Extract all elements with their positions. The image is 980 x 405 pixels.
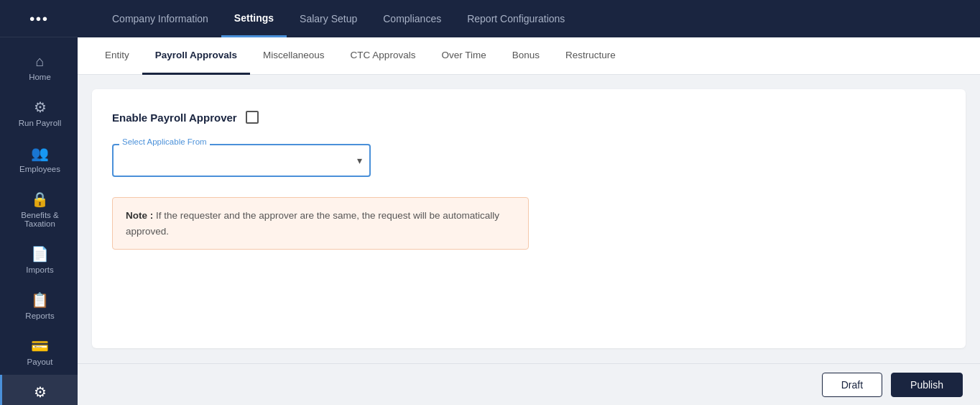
footer-bar: Draft Publish [78,363,980,405]
configurations-icon: ⚙ [34,383,47,401]
tab-ctc-approvals[interactable]: CTC Approvals [338,37,429,75]
sidebar-label-benefits: Benefits & Taxation [8,211,72,228]
note-label: Note : [126,210,153,221]
nav-settings[interactable]: Settings [221,0,287,37]
sidebar-item-employees[interactable]: 👥 Employees [0,136,78,182]
enable-approver-checkbox[interactable] [246,111,259,124]
select-float-label: Select Applicable From [119,137,210,146]
nav-compliances[interactable]: Compliances [370,0,454,37]
logo-text: ●●● [29,13,49,24]
draft-button[interactable]: Draft [822,373,882,397]
logo: ●●● [0,0,78,37]
run-payroll-icon: ⚙ [34,99,47,116]
settings-card: Enable Payroll Approver Select Applicabl… [92,89,966,348]
sidebar-item-imports[interactable]: 📄 Imports [0,237,78,283]
benefits-icon: 🔒 [31,191,49,208]
sidebar-label-run-payroll: Run Payroll [19,119,61,127]
sidebar-label-payout: Payout [27,358,53,366]
sidebar-label-employees: Employees [19,165,60,173]
sidebar-label-reports: Reports [25,311,54,320]
sidebar-item-configurations[interactable]: ⚙ Configurations [0,375,78,405]
tab-entity[interactable]: Entity [92,37,142,75]
sidebar: ⌂ Home ⚙ Run Payroll 👥 Employees 🔒 Benef… [0,37,78,405]
tab-restructure[interactable]: Restructure [553,37,629,75]
payout-icon: 💳 [31,337,49,355]
nav-report-configurations[interactable]: Report Configurations [454,0,578,37]
enable-approver-label: Enable Payroll Approver [112,112,237,124]
enable-approver-row: Enable Payroll Approver [112,111,946,124]
nav-company-information[interactable]: Company Information [99,0,221,37]
imports-icon: 📄 [31,245,49,263]
sidebar-item-reports[interactable]: 📋 Reports [0,283,78,329]
select-applicable-from-wrapper: Select Applicable From ▾ [112,144,371,177]
sidebar-label-home: Home [29,73,51,81]
tab-payroll-approvals[interactable]: Payroll Approvals [142,37,250,75]
sidebar-item-payout[interactable]: 💳 Payout [0,329,78,375]
note-box: Note : If the requester and the approver… [112,197,529,250]
publish-button[interactable]: Publish [891,373,963,397]
home-icon: ⌂ [35,53,44,70]
sidebar-item-run-payroll[interactable]: ⚙ Run Payroll [0,90,78,136]
tab-bonus[interactable]: Bonus [499,37,553,75]
select-applicable-from[interactable] [112,144,371,177]
page-content: Enable Payroll Approver Select Applicabl… [78,75,980,363]
employees-icon: 👥 [31,145,49,162]
sidebar-item-benefits-taxation[interactable]: 🔒 Benefits & Taxation [0,182,78,237]
reports-icon: 📋 [31,291,49,309]
content-area: Entity Payroll Approvals Miscellaneous C… [78,37,980,405]
tab-over-time[interactable]: Over Time [428,37,499,75]
tab-miscellaneous[interactable]: Miscellaneous [250,37,338,75]
sub-tabs: Entity Payroll Approvals Miscellaneous C… [78,37,980,75]
nav-salary-setup[interactable]: Salary Setup [287,0,370,37]
sidebar-item-home[interactable]: ⌂ Home [0,45,78,90]
note-text: If the requester and the approver are th… [126,210,499,237]
sidebar-label-imports: Imports [26,265,53,274]
top-nav: Company Information Settings Salary Setu… [78,0,980,37]
